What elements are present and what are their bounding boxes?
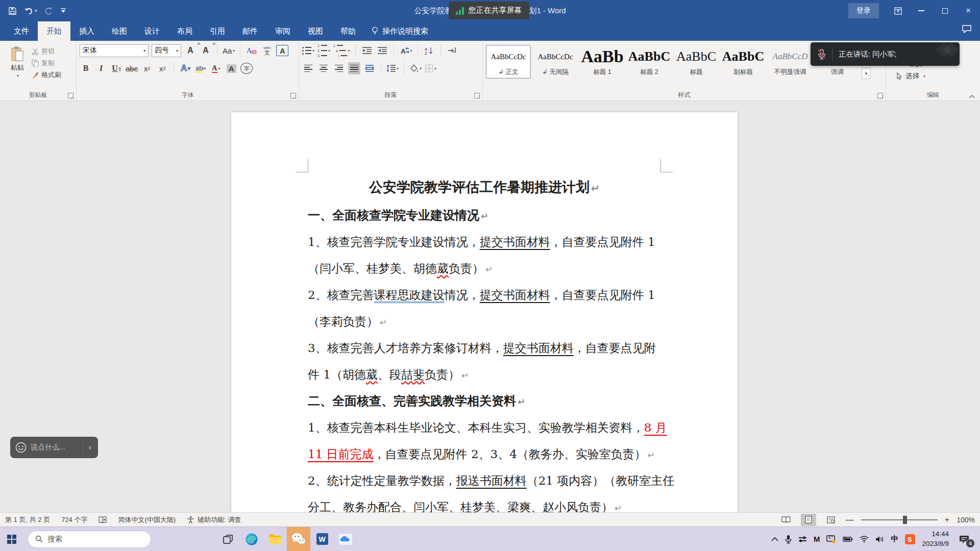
font-dialog-launcher[interactable] [290,93,297,99]
style-card-正文[interactable]: AaBbCcDc↲ 正文 [486,45,531,79]
styles-dialog-launcher[interactable] [877,93,884,99]
doc-line[interactable]: （李莉负责）↵ [308,308,661,335]
style-card-不明显强调[interactable]: AaBbCcD不明显强调 [768,45,813,79]
notification-center-button[interactable]: 4 [955,532,973,547]
decrease-indent-button[interactable] [361,44,373,57]
asian-layout-button[interactable]: A▾ [399,44,412,57]
tab-引用[interactable]: 引用 [201,21,234,41]
enclose-characters-button[interactable]: 字 [240,63,253,74]
clipboard-dialog-launcher[interactable] [68,93,74,99]
volume-tray-icon[interactable] [875,536,884,543]
edge-icon[interactable] [240,527,263,551]
highlight-button[interactable]: ab̷▾ [194,62,207,74]
close-button[interactable]: × [957,0,980,21]
tab-布局[interactable]: 布局 [168,21,201,41]
style-card-标题 2[interactable]: AaBbC标题 2 [627,45,672,79]
tab-视图[interactable]: 视图 [299,21,332,41]
distribute-button[interactable] [363,62,376,74]
comments-icon[interactable] [962,24,972,34]
borders-button[interactable]: ▾ [425,62,437,74]
numbering-button[interactable]: 123▾ [317,44,330,57]
text-effects-button[interactable]: A▾ [179,62,191,74]
font-color-button[interactable]: A▾ [210,62,222,74]
microphone-tray-icon[interactable] [785,535,792,544]
style-card-标题 1[interactable]: AaBb标题 1 [580,45,625,79]
doc-line[interactable]: 件 1（胡德葳、段喆斐负责）↵ [308,361,661,388]
doc-line[interactable]: 3、核查完善人才培养方案修订材料，提交书面材料，自查要点见附 [308,335,661,361]
superscript-button[interactable]: x2 [156,62,168,74]
bold-button[interactable]: B [80,62,92,74]
doc-line[interactable]: 2、核查完善课程思政建设情况，提交书面材料，自查要点见附件 1 [308,282,661,308]
character-shading-button[interactable]: A [225,62,237,74]
tab-绘图[interactable]: 绘图 [103,21,136,41]
format-painter-button[interactable]: 格式刷 [32,70,61,80]
tab-设计[interactable]: 设计 [136,21,168,41]
start-button[interactable] [0,527,23,551]
copy-button[interactable]: 复制 [32,59,61,68]
task-view-button[interactable] [216,527,240,551]
zoom-slider[interactable] [861,519,938,520]
undo-caret-icon[interactable]: ▾ [35,8,37,13]
underline-button[interactable]: U▾ [110,62,122,74]
increase-indent-button[interactable] [376,44,388,57]
multilevel-list-button[interactable]: 1ai▾ [333,44,350,57]
select-button[interactable]: 选择▾ [896,71,977,81]
cut-button[interactable]: 剪切 [32,47,61,56]
maximize-button[interactable] [933,0,957,21]
cloud-app-icon[interactable] [334,527,357,551]
style-card-副标题[interactable]: AaBbC副标题 [721,45,766,79]
signin-button[interactable]: 登录 [848,3,879,18]
tray-expand-icon[interactable] [771,537,778,541]
doc-line[interactable]: 分工、教务办配合、闫小军、桂梦美、梁爽、赵小风负责）↵ [308,494,661,512]
align-right-button[interactable] [333,62,345,74]
sort-button[interactable]: AZ [423,44,435,57]
style-card-无间隔[interactable]: AaBbCcDc↲ 无间隔 [533,45,578,79]
redo-button[interactable] [44,7,53,15]
word-icon[interactable]: W [310,527,334,551]
doc-line[interactable]: （闫小军、桂梦美、胡德葳负责）↵ [308,255,661,282]
zoom-out-button[interactable]: — [846,515,854,524]
bullets-button[interactable]: ▾ [302,44,314,57]
file-explorer-icon[interactable] [263,527,287,551]
zoom-level[interactable]: 100% [957,516,975,524]
meeting-tray-icon[interactable]: M [814,535,820,543]
wechat-icon[interactable] [287,527,310,551]
line-spacing-button[interactable]: ▾ [386,62,399,74]
print-layout-button[interactable] [801,514,816,526]
tab-开始[interactable]: 开始 [38,21,70,41]
sogou-tray-icon[interactable]: S [905,534,915,544]
doc-line[interactable]: 1、核查完善学院专业建设情况，提交书面材料，自查要点见附件 1 [308,229,661,255]
chat-input-placeholder[interactable]: 说点什么... [31,443,79,452]
proofing-icon[interactable] [99,516,107,523]
tab-帮助[interactable]: 帮助 [332,21,364,41]
doc-line[interactable]: 11 日前完成，自查要点见附件 2、3、4（教务办、实验室负责）↵ [308,441,661,467]
page-indicator[interactable]: 第 1 页, 共 2 页 [5,515,50,524]
emoji-icon[interactable] [15,442,27,453]
paste-button[interactable]: 粘贴 ▾ [3,44,32,90]
language-indicator[interactable]: 简体中文(中国大陆) [118,515,176,524]
chat-collapse-button[interactable]: ‹ [87,443,93,452]
strikethrough-button[interactable]: abc [126,62,138,74]
tab-文件[interactable]: 文件 [5,21,38,41]
audio-mixer-tray-icon[interactable] [798,536,807,543]
font-family-select[interactable]: 宋体▾ [80,44,149,57]
italic-button[interactable]: I [95,62,107,74]
shrink-font-button[interactable]: A˅ [200,44,212,57]
style-card-标题[interactable]: AaBbC标题 [674,45,719,79]
ribbon-display-options-button[interactable] [886,0,910,21]
taskbar-search[interactable]: 搜索 [28,531,151,548]
save-icon[interactable] [8,7,17,15]
tab-邮件[interactable]: 邮件 [234,21,266,41]
undo-button[interactable]: ▾ [24,7,37,15]
doc-line[interactable]: 一、全面核查学院专业建设情况↵ [308,202,661,229]
doc-line[interactable]: 2、统计定性定量教学数据，报送书面材料（21 项内容）（教研室主任 [308,467,661,494]
meeting-chat-bar[interactable]: 说点什么... ‹ [10,437,98,458]
screen-sharing-banner[interactable]: 您正在共享屏幕 [449,2,529,19]
customize-qat-icon[interactable] [60,8,66,13]
word-count[interactable]: 724 个字 [61,515,87,524]
clear-formatting-button[interactable]: A [246,44,258,57]
tab-插入[interactable]: 插入 [70,21,103,41]
screen-share-tray-icon[interactable] [826,535,836,543]
grow-font-button[interactable]: A˄ [184,44,197,57]
styles-more-button[interactable]: ▼̲ [862,68,871,79]
